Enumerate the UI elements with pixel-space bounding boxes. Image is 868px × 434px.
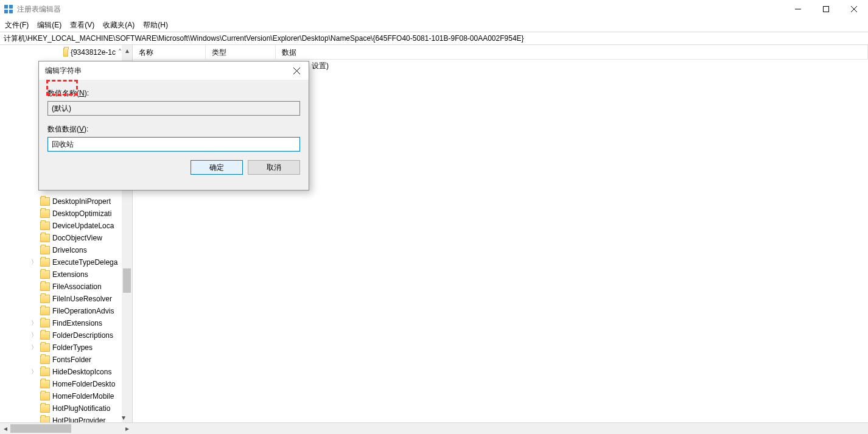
column-type[interactable]: 类型	[206, 45, 276, 59]
folder-icon	[40, 270, 50, 279]
tree-item[interactable]: 〉FileInUseResolver	[0, 293, 122, 305]
scroll-down-button[interactable]: ▾	[122, 412, 125, 422]
scroll-thumb[interactable]	[10, 424, 71, 433]
folder-icon	[40, 246, 50, 254]
tree-item[interactable]: 〉FolderDescriptions	[0, 329, 122, 341]
folder-icon	[40, 295, 50, 303]
scroll-thumb[interactable]	[123, 268, 131, 293]
tree-item[interactable]: 〉ExecuteTypeDelega	[0, 256, 122, 268]
tree-item[interactable]: 〉FontsFolder	[0, 354, 122, 366]
tree-item[interactable]: 〉DriveIcons	[0, 244, 122, 256]
svg-rect-0	[4, 5, 8, 9]
svg-rect-5	[824, 7, 829, 12]
dialog-buttons: 确定 取消	[39, 152, 309, 183]
chevron-right-icon[interactable]: 〉	[30, 343, 38, 352]
address-bar[interactable]: 计算机\HKEY_LOCAL_MACHINE\SOFTWARE\Microsof…	[0, 32, 868, 45]
tree-item[interactable]: 〉DesktopOptimizati	[0, 208, 122, 220]
close-button[interactable]	[840, 0, 868, 18]
folder-icon	[40, 258, 50, 267]
tree-horizontal-scrollbar[interactable]: ◂ ▸	[0, 423, 868, 434]
value-data-label: 数值数据(V):	[47, 124, 300, 135]
folder-icon	[40, 355, 50, 364]
chevron-right-icon[interactable]: 〉	[30, 319, 38, 327]
menu-favorites[interactable]: 收藏夹(A)	[103, 20, 135, 30]
dialog-titlebar[interactable]: 编辑字符串	[39, 61, 309, 80]
address-text: 计算机\HKEY_LOCAL_MACHINE\SOFTWARE\Microsof…	[4, 33, 524, 44]
tree-item[interactable]: 〉HideDesktopIcons	[0, 366, 122, 378]
tree-item-label: FolderDescriptions	[52, 331, 113, 340]
folder-icon	[40, 282, 50, 291]
folder-icon	[40, 197, 50, 206]
menu-view[interactable]: 查看(V)	[70, 20, 94, 30]
tree-item-label: {9343812e-1c	[71, 48, 116, 57]
tree-item-label: DriveIcons	[52, 246, 87, 254]
value-name-label: 数值名称(N):	[47, 88, 300, 99]
tree-item[interactable]: 〉FileOperationAdvis	[0, 305, 122, 317]
tree-item-label: Extensions	[52, 270, 88, 279]
window-controls	[784, 0, 868, 18]
list-header: 名称 类型 数据	[133, 45, 868, 60]
menu-edit[interactable]: 编辑(E)	[37, 20, 61, 30]
tree-item[interactable]: 〉Extensions	[0, 268, 122, 281]
dialog-body: 数值名称(N): 数值数据(V):	[39, 80, 309, 152]
value-data-field[interactable]	[47, 137, 300, 152]
tree-item-label: FolderTypes	[52, 343, 93, 352]
tree-item-label: HotPlugProvider	[52, 416, 105, 422]
tree-item[interactable]: 〉HotPlugNotificatio	[0, 402, 122, 415]
column-name[interactable]: 名称	[133, 45, 206, 59]
chevron-right-icon[interactable]: 〉	[30, 258, 38, 267]
scroll-left-button[interactable]: ◂	[0, 423, 10, 434]
tree-item[interactable]: 〉FolderTypes	[0, 341, 122, 354]
folder-icon	[40, 368, 50, 376]
tree-item[interactable]: 〉FileAssociation	[0, 281, 122, 293]
folder-icon	[40, 307, 50, 315]
tree-item-label: HomeFolderMobile	[52, 392, 114, 401]
tree-item-label: DocObjectView	[52, 234, 102, 242]
folder-icon	[40, 222, 50, 230]
scroll-right-button[interactable]: ▸	[122, 423, 132, 434]
chevron-right-icon[interactable]: 〉	[30, 331, 38, 340]
dialog-title: 编辑字符串	[45, 66, 82, 76]
cancel-button[interactable]: 取消	[248, 160, 300, 175]
edit-string-dialog: 编辑字符串 数值名称(N): 数值数据(V): 确定 取消	[38, 61, 309, 191]
tree-item[interactable]: {9343812e-1c ˄	[0, 46, 122, 58]
svg-rect-3	[9, 10, 13, 13]
window-title: 注册表编辑器	[17, 4, 61, 15]
tree-item-label: FileInUseResolver	[52, 295, 112, 303]
folder-icon	[40, 416, 50, 422]
folder-icon	[40, 380, 50, 388]
tree-item-label: DesktopIniPropert	[52, 197, 111, 206]
menu-help[interactable]: 帮助(H)	[143, 20, 168, 30]
scroll-up-button[interactable]: ▴	[122, 45, 132, 55]
minimize-button[interactable]	[784, 0, 812, 18]
folder-icon	[40, 404, 50, 413]
tree-item[interactable]: 〉DeviceUpdateLoca	[0, 220, 122, 232]
tree-item[interactable]: 〉HomeFolderMobile	[0, 390, 122, 402]
menu-file[interactable]: 文件(F)	[5, 20, 29, 30]
folder-icon	[40, 392, 50, 401]
tree-item[interactable]: 〉HomeFolderDeskto	[0, 378, 122, 390]
chevron-right-icon[interactable]: 〉	[30, 368, 38, 376]
tree-item[interactable]: 〉HotPlugProvider	[0, 415, 122, 422]
column-data[interactable]: 数据	[276, 45, 868, 59]
tree-item-label: HomeFolderDeskto	[52, 380, 115, 388]
tree-item-label: HideDesktopIcons	[52, 368, 111, 376]
folder-icon	[40, 331, 50, 340]
tree-item-label: ExecuteTypeDelega	[52, 258, 117, 267]
menubar: 文件(F) 编辑(E) 查看(V) 收藏夹(A) 帮助(H)	[0, 18, 868, 32]
tree-item-label: FontsFolder	[52, 355, 91, 364]
tree-item[interactable]: 〉FindExtensions	[0, 317, 122, 329]
maximize-button[interactable]	[812, 0, 840, 18]
dialog-close-button[interactable]	[284, 61, 309, 80]
regedit-icon	[4, 4, 13, 14]
tree-item[interactable]: 〉DesktopIniPropert	[0, 195, 122, 208]
folder-icon	[63, 48, 68, 57]
folder-icon	[40, 209, 50, 218]
tree-item-label: HotPlugNotificatio	[52, 404, 110, 413]
ok-button[interactable]: 确定	[191, 160, 243, 175]
value-name-field[interactable]	[47, 101, 300, 116]
tree-item-label: DeviceUpdateLoca	[52, 222, 114, 230]
tree-item[interactable]: 〉DocObjectView	[0, 232, 122, 244]
list-row-data: 设置)	[312, 61, 329, 71]
tree-item-label: FileOperationAdvis	[52, 307, 114, 315]
